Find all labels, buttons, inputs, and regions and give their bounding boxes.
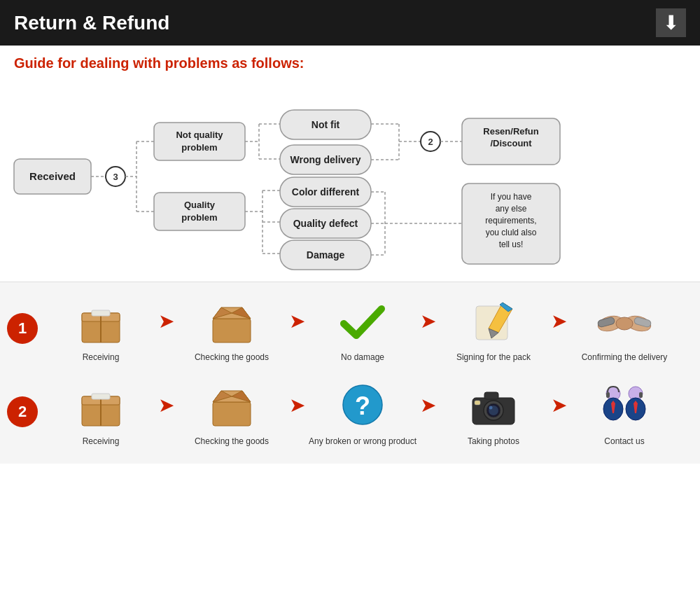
svg-text:tell us!: tell us! xyxy=(499,240,524,249)
svg-rect-11 xyxy=(154,193,245,230)
svg-text:3: 3 xyxy=(113,172,118,182)
svg-text:Damage: Damage xyxy=(307,249,345,261)
label-contact: Contact us xyxy=(604,436,644,448)
svg-text:Not fit: Not fit xyxy=(312,119,340,130)
svg-text:/Discount: /Discount xyxy=(490,138,532,148)
svg-text:problem: problem xyxy=(181,212,217,223)
contact-icon xyxy=(593,377,656,434)
svg-text:Resen/Refun: Resen/Refun xyxy=(483,126,539,137)
arrow-1-4: ➤ xyxy=(551,310,567,333)
svg-text:Received: Received xyxy=(29,170,76,182)
svg-rect-88 xyxy=(475,401,480,405)
handshake-icon xyxy=(593,293,656,349)
process-item-confirming: Confirming the delivery xyxy=(568,293,680,363)
label-nodamage: No damage xyxy=(341,352,384,363)
box-open-icon-2 xyxy=(200,377,263,434)
arrow-2-1: ➤ xyxy=(158,394,174,417)
svg-text:Color different: Color different xyxy=(292,186,360,198)
arrow-1-2: ➤ xyxy=(289,310,305,333)
svg-point-71 xyxy=(616,317,633,330)
label-checking-2: Checking the goods xyxy=(195,436,269,448)
svg-rect-83 xyxy=(484,392,498,399)
process-row-2: 2 Receiving ➤ xyxy=(7,373,693,452)
process-item-photos: Taking photos xyxy=(438,377,550,448)
process-items-1: Receiving ➤ Checking the goods ➤ xyxy=(45,293,693,363)
process-item-checking-1: Checking the goods xyxy=(176,293,288,363)
svg-text:problem: problem xyxy=(181,142,217,153)
svg-text:you cluld also: you cluld also xyxy=(486,228,537,237)
camera-icon xyxy=(462,377,525,434)
process-item-checking-2: Checking the goods xyxy=(176,377,288,448)
box-closed-icon-1 xyxy=(69,293,132,349)
label-broken: Any broken or wrong product xyxy=(309,436,416,448)
header-title: Return & Refund xyxy=(14,12,169,34)
svg-point-87 xyxy=(489,406,493,410)
svg-text:Not quality: Not quality xyxy=(176,130,223,140)
question-icon: ? xyxy=(331,377,394,434)
arrow-2-3: ➤ xyxy=(420,394,436,417)
svg-text:Quality: Quality xyxy=(184,200,216,210)
label-checking-1: Checking the goods xyxy=(195,352,269,363)
arrow-2-4: ➤ xyxy=(551,394,567,417)
header-arrow-icon: ⬇ xyxy=(656,8,686,37)
label-signing: Signing for the pack xyxy=(456,352,531,363)
checkmark-icon xyxy=(331,293,394,349)
flow-diagram: Received 3 Not quality problem Quality p… xyxy=(0,78,700,282)
svg-rect-75 xyxy=(92,394,110,399)
process-item-nodamage: No damage xyxy=(307,293,419,363)
label-photos: Taking photos xyxy=(468,436,519,448)
step-1-circle: 1 xyxy=(7,313,38,344)
svg-rect-59 xyxy=(213,319,251,342)
svg-text:2: 2 xyxy=(428,137,433,147)
flow-svg: Received 3 Not quality problem Quality p… xyxy=(7,78,693,282)
svg-text:requirements,: requirements, xyxy=(485,216,536,226)
process-item-receiving-1: Receiving xyxy=(45,293,157,363)
process-row-1: 1 Receiving ➤ xyxy=(7,289,693,368)
svg-rect-94 xyxy=(639,392,643,398)
svg-rect-76 xyxy=(213,402,251,426)
box-open-icon-1 xyxy=(200,293,263,349)
svg-rect-93 xyxy=(606,392,610,398)
arrow-1-3: ➤ xyxy=(420,310,436,333)
process-item-signing: Signing for the pack xyxy=(438,293,550,363)
svg-text:If you have: If you have xyxy=(491,192,532,202)
process-items-2: Receiving ➤ Checking the goods ➤ xyxy=(45,377,693,448)
process-item-contact: Contact us xyxy=(568,377,680,448)
svg-text:?: ? xyxy=(355,391,370,420)
svg-text:Wrong delivery: Wrong delivery xyxy=(290,154,361,165)
pencil-sign-icon xyxy=(462,293,525,349)
svg-text:Quality defect: Quality defect xyxy=(293,218,358,229)
process-item-receiving-2: Receiving xyxy=(45,377,157,448)
guide-subtitle: Guide for dealing with problems as follo… xyxy=(0,46,700,78)
process-area: 1 Receiving ➤ xyxy=(0,282,700,464)
svg-text:any else: any else xyxy=(496,204,527,214)
box-closed-icon-2 xyxy=(69,377,132,434)
label-confirming: Confirming the delivery xyxy=(582,352,668,363)
step-2-circle: 2 xyxy=(7,396,38,427)
label-receiving-1: Receiving xyxy=(83,352,120,363)
svg-rect-58 xyxy=(92,310,110,316)
label-receiving-2: Receiving xyxy=(83,436,120,448)
header: Return & Refund ⬇ xyxy=(0,0,700,46)
arrow-2-2: ➤ xyxy=(289,394,305,417)
arrow-1-1: ➤ xyxy=(158,310,174,333)
svg-rect-8 xyxy=(154,123,245,160)
process-item-broken: ? Any broken or wrong product xyxy=(307,377,419,448)
